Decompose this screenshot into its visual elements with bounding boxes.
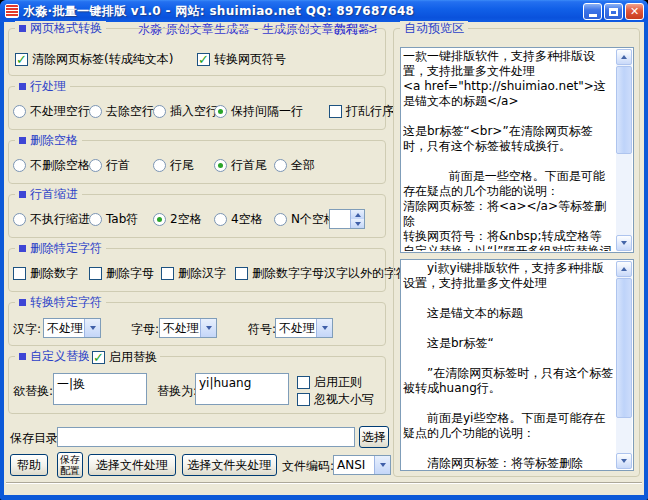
select-value: 不处理 bbox=[44, 320, 84, 337]
checkbox-label: 删除数字 bbox=[30, 265, 78, 282]
checkbox-clear-tags[interactable]: 清除网页标签(转成纯文本) bbox=[15, 51, 173, 68]
group-title-text: 行处理 bbox=[30, 79, 66, 93]
save-config-button[interactable]: 保存配置 bbox=[57, 452, 83, 478]
checkbox-icon bbox=[13, 267, 26, 280]
symbol-select[interactable]: 不处理 bbox=[275, 318, 333, 338]
source-preview-pane[interactable]: 一款一键排版软件，支持多种排版设置，支持批量多文件处理 <a href="htt… bbox=[400, 47, 634, 253]
replace-to-field[interactable]: yi|huang bbox=[195, 373, 289, 405]
n-space-stepper[interactable] bbox=[329, 209, 365, 229]
radio-label: 行首尾 bbox=[231, 157, 267, 174]
checkbox-icon bbox=[197, 53, 210, 66]
process-folder-button[interactable]: 选择文件夹处理 bbox=[182, 454, 277, 476]
radio-indent-tab[interactable]: Tab符 bbox=[89, 211, 138, 228]
radio-remove-blank[interactable]: 去除空行 bbox=[89, 103, 154, 120]
radio-no-indent[interactable]: 不执行缩进 bbox=[13, 211, 90, 228]
radio-label: 不处理空行 bbox=[30, 103, 90, 120]
group-indent-title: 行首缩进 bbox=[15, 187, 82, 201]
chevron-down-icon[interactable] bbox=[200, 319, 216, 337]
checkbox-shuffle-lines[interactable]: 打乱行序 bbox=[329, 103, 394, 120]
scroll-up-icon[interactable] bbox=[616, 49, 632, 65]
checkbox-icon bbox=[92, 351, 105, 364]
group-preview: 自动预览区 一款一键排版软件，支持多种排版设置，支持批量多文件处理 <a hre… bbox=[393, 28, 640, 477]
radio-icon bbox=[214, 213, 227, 226]
checkbox-label: 忽视大小写 bbox=[314, 391, 374, 408]
scroll-up-icon[interactable] bbox=[616, 261, 632, 277]
encoding-select[interactable]: ANSI bbox=[333, 455, 391, 475]
stepper-down-icon[interactable] bbox=[351, 219, 364, 228]
divider bbox=[6, 482, 642, 484]
radio-space-tail[interactable]: 行尾 bbox=[153, 157, 194, 174]
replace-to-label: 替换为: bbox=[157, 384, 197, 398]
letter-select[interactable]: 不处理 bbox=[159, 318, 217, 338]
radio-indent-4sp[interactable]: 4空格 bbox=[214, 211, 263, 228]
radio-space-both[interactable]: 行首尾 bbox=[214, 157, 267, 174]
checkbox-label: 转换网页符号 bbox=[214, 51, 286, 68]
hanzi-label: 汉字: bbox=[13, 322, 41, 336]
checkbox-icon bbox=[329, 105, 342, 118]
minimize-button[interactable] bbox=[583, 3, 602, 20]
help-button[interactable]: 帮助 bbox=[10, 454, 48, 476]
chevron-down-icon[interactable] bbox=[316, 319, 332, 337]
checkbox-del-hanzi[interactable]: 删除汉字 bbox=[161, 265, 226, 282]
group-preview-title: 自动预览区 bbox=[400, 21, 468, 35]
radio-icon bbox=[153, 105, 166, 118]
scroll-down-icon[interactable] bbox=[616, 235, 632, 251]
checkbox-del-letters[interactable]: 删除字母 bbox=[89, 265, 154, 282]
scrollbar-thumb[interactable] bbox=[616, 66, 632, 154]
checkbox-icon bbox=[15, 53, 28, 66]
save-dir-input[interactable] bbox=[57, 427, 355, 447]
radio-indent-2sp[interactable]: 2空格 bbox=[153, 211, 202, 228]
checkbox-icon bbox=[161, 267, 174, 280]
group-convert-chars-title: 转换特定字符 bbox=[15, 295, 106, 309]
checkbox-ignore-case[interactable]: 忽视大小写 bbox=[297, 391, 374, 408]
group-delete-space: 删除空格 不删除空格 行首 行尾 行首尾 全部 bbox=[8, 140, 386, 184]
radio-icon bbox=[153, 213, 166, 226]
stepper-up-icon[interactable] bbox=[351, 210, 364, 219]
titlebar[interactable]: 水淼·批量一键排版 v1.0 - 网站: shuimiao.net QQ: 89… bbox=[0, 0, 648, 22]
radio-label: 4空格 bbox=[231, 211, 263, 228]
result-scrollbar[interactable] bbox=[616, 261, 632, 469]
save-dir-label: 保存目录: bbox=[10, 431, 62, 445]
square-icon bbox=[19, 353, 26, 360]
source-scrollbar[interactable] bbox=[616, 49, 632, 251]
group-line-process-title: 行处理 bbox=[15, 79, 70, 93]
checkbox-del-others[interactable]: 删除数字字母汉字以外的字符 bbox=[235, 265, 408, 282]
checkbox-convert-symbols[interactable]: 转换网页符号 bbox=[197, 51, 286, 68]
group-delete-space-title: 删除空格 bbox=[15, 133, 82, 147]
radio-insert-blank[interactable]: 插入空行 bbox=[153, 103, 218, 120]
radio-space-head[interactable]: 行首 bbox=[89, 157, 130, 174]
scroll-down-icon[interactable] bbox=[616, 453, 632, 469]
radio-icon bbox=[13, 159, 26, 172]
group-line-process: 行处理 不处理空行 去除空行 插入空行 保持间隔一行 打乱行序 bbox=[8, 86, 386, 130]
chevron-down-icon[interactable] bbox=[374, 456, 390, 474]
radio-keep-one-line[interactable]: 保持间隔一行 bbox=[214, 103, 303, 120]
radio-label: 行首 bbox=[106, 157, 130, 174]
close-button[interactable]: ✕ bbox=[625, 3, 644, 20]
scrollbar-thumb[interactable] bbox=[616, 278, 632, 418]
checkbox-label: 删除汉字 bbox=[178, 265, 226, 282]
maximize-button[interactable] bbox=[604, 3, 623, 20]
square-icon bbox=[19, 245, 26, 252]
window-title: 水淼·批量一键排版 v1.0 - 网站: shuimiao.net QQ: 89… bbox=[23, 3, 414, 20]
radio-label: 插入空行 bbox=[170, 103, 218, 120]
process-file-button[interactable]: 选择文件处理 bbox=[88, 454, 176, 476]
radio-indent-nsp[interactable]: N个空格 bbox=[274, 211, 336, 228]
app-icon bbox=[5, 4, 19, 18]
square-icon bbox=[19, 83, 26, 90]
hanzi-select[interactable]: 不处理 bbox=[43, 318, 101, 338]
checkbox-label: 删除数字字母汉字以外的字符 bbox=[252, 265, 408, 282]
checkbox-enable-replace[interactable]: 启用替换 bbox=[89, 349, 160, 366]
checkbox-del-digits[interactable]: 删除数字 bbox=[13, 265, 78, 282]
chevron-down-icon[interactable] bbox=[84, 319, 100, 337]
replace-from-field[interactable]: 一|换 bbox=[53, 373, 147, 405]
browse-button[interactable]: 选择 bbox=[359, 426, 389, 448]
radio-space-all[interactable]: 全部 bbox=[274, 157, 315, 174]
result-preview-text: yi款yi键排版软件，支持多种排版设置，支持批量多文件处理 这是锚文本的标题 这… bbox=[403, 261, 615, 469]
radio-no-delete-space[interactable]: 不删除空格 bbox=[13, 157, 90, 174]
checkbox-icon bbox=[235, 267, 248, 280]
replace-from-label: 欲替换: bbox=[13, 384, 53, 398]
result-preview-pane[interactable]: yi款yi键排版软件，支持多种排版设置，支持批量多文件处理 这是锚文本的标题 这… bbox=[400, 259, 634, 471]
radio-no-blank-process[interactable]: 不处理空行 bbox=[13, 103, 90, 120]
checkbox-label: 启用替换 bbox=[109, 349, 157, 366]
checkbox-enable-regex[interactable]: 启用正则 bbox=[297, 374, 362, 391]
